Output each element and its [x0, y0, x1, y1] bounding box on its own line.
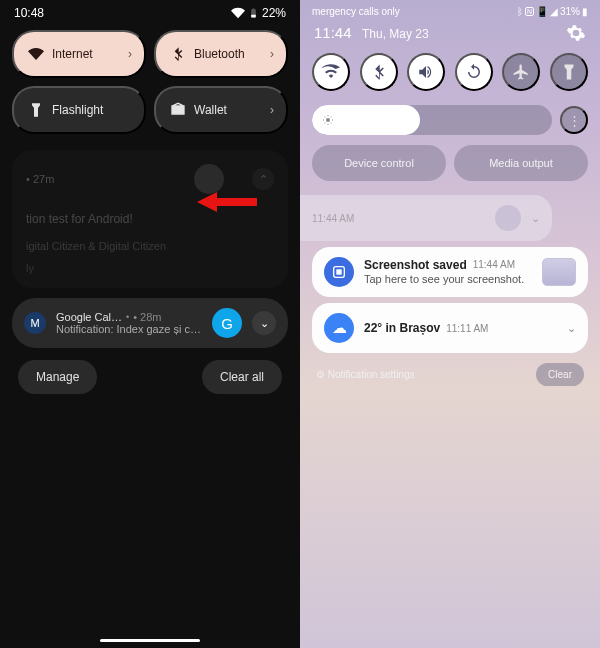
control-buttons: Device control Media output: [300, 141, 600, 189]
battery-percent: 22%: [262, 6, 286, 20]
wifi-icon: [231, 6, 245, 20]
notif-text: ly: [26, 262, 274, 274]
qs-rotate-toggle[interactable]: [455, 53, 493, 91]
qs-internet-tile[interactable]: Internet ›: [12, 30, 146, 78]
wallet-icon: [170, 102, 186, 118]
notif-time: • 27m: [26, 173, 54, 185]
screenshot-icon: [324, 257, 354, 287]
notif-body: Google Cal… • • 28m Notification: Index …: [56, 311, 202, 335]
notification-card[interactable]: M Google Cal… • • 28m Notification: Inde…: [12, 298, 288, 348]
notif-time: 11:44 AM: [473, 259, 515, 270]
brightness-row: ⋮: [312, 105, 588, 135]
chevron-right-icon: ›: [270, 103, 274, 117]
status-right: ᛒ N 📳 ◢ 31% ▮: [517, 6, 588, 17]
avatar: [194, 164, 224, 194]
avatar: G: [212, 308, 242, 338]
qs-bluetooth-toggle[interactable]: [360, 53, 398, 91]
sun-icon: [322, 114, 334, 126]
qs-wallet-tile[interactable]: Wallet ›: [154, 86, 288, 134]
samsung-notification-shade: mergency calls only ᛒ N 📳 ◢ 31% ▮ 11:44 …: [300, 0, 600, 648]
qs-sound-toggle[interactable]: [407, 53, 445, 91]
quick-settings-grid: Internet › Bluetooth › Flashlight Wallet…: [0, 24, 300, 140]
sound-icon: [417, 63, 435, 81]
brightness-fill: [312, 105, 420, 135]
chevron-down-icon[interactable]: ⌄: [567, 322, 576, 335]
time-text: 11:44: [314, 24, 352, 41]
notification-swiping[interactable]: 11:44 AM ⌄: [300, 195, 552, 241]
notif-body: Tap here to see your screenshot.: [364, 272, 532, 286]
flashlight-icon: [28, 102, 44, 118]
clear-all-button[interactable]: Clear all: [202, 360, 282, 394]
qs-airplane-toggle[interactable]: [502, 53, 540, 91]
chevron-right-icon: ›: [128, 47, 132, 61]
nfc-icon: N: [525, 7, 534, 16]
qs-flashlight-tile[interactable]: Flashlight: [12, 86, 146, 134]
home-indicator[interactable]: [100, 639, 200, 642]
manage-button[interactable]: Manage: [18, 360, 97, 394]
expand-icon[interactable]: ⌄: [252, 311, 276, 335]
shade-footer: ⚙ Notification settings Clear: [300, 359, 600, 390]
device-control-button[interactable]: Device control: [312, 145, 446, 181]
status-bar: mergency calls only ᛒ N 📳 ◢ 31% ▮: [300, 0, 600, 19]
carrier-text: mergency calls only: [312, 6, 400, 17]
quick-settings-row: [300, 49, 600, 95]
qs-flashlight-toggle[interactable]: [550, 53, 588, 91]
battery-percent: 31%: [560, 6, 580, 17]
screenshot-thumbnail[interactable]: [542, 258, 576, 286]
svg-rect-4: [336, 269, 341, 274]
vibrate-icon: 📳: [536, 6, 548, 17]
notif-subtitle: Notification: Index gaze și cure…: [56, 323, 202, 335]
header-left: 11:44 Thu, May 23: [314, 24, 429, 42]
status-bar: 10:48 22%: [0, 0, 300, 24]
flashlight-icon: [560, 63, 578, 81]
rotate-icon: [465, 63, 483, 81]
notif-text: igital Citizen & Digital Citizen: [26, 240, 274, 252]
separator: •: [126, 312, 129, 322]
status-time: 10:48: [14, 6, 44, 20]
gear-icon: ⚙: [316, 369, 325, 380]
qs-label: Bluetooth: [194, 47, 245, 61]
status-right: 22%: [231, 6, 286, 20]
notif-title: Screenshot saved: [364, 258, 467, 272]
gmail-icon: M: [24, 312, 46, 334]
clear-button[interactable]: Clear: [536, 363, 584, 386]
qs-wifi-toggle[interactable]: [312, 53, 350, 91]
notification-settings-link[interactable]: ⚙ Notification settings: [316, 369, 415, 380]
signal-icon: ◢: [550, 6, 558, 17]
battery-icon: [248, 6, 259, 20]
shade-actions: Manage Clear all: [0, 348, 300, 406]
qs-label: Wallet: [194, 103, 227, 117]
battery-icon: ▮: [582, 6, 588, 17]
notification-header: • 27m ⌃: [26, 164, 274, 194]
weather-icon: ☁: [324, 313, 354, 343]
chevron-down-icon[interactable]: ⌄: [531, 212, 540, 225]
notification-swiping[interactable]: • 27m ⌃ tion test for Android! igital Ci…: [12, 150, 288, 288]
qs-label: Flashlight: [52, 103, 103, 117]
weather-notification[interactable]: ☁ 22° in Brașov 11:11 AM ⌄: [312, 303, 588, 353]
wifi-icon: [28, 46, 44, 62]
settings-icon[interactable]: [566, 23, 586, 43]
screenshot-notification[interactable]: Screenshot saved 11:44 AM Tap here to se…: [312, 247, 588, 297]
chevron-right-icon: ›: [270, 47, 274, 61]
bluetooth-icon: ᛒ: [517, 6, 523, 17]
notif-time: • 28m: [133, 311, 161, 323]
notif-time: 11:44 AM: [312, 213, 354, 224]
collapse-icon[interactable]: ⌃: [252, 168, 274, 190]
wifi-icon: [322, 63, 340, 81]
avatar: [495, 205, 521, 231]
media-output-button[interactable]: Media output: [454, 145, 588, 181]
svg-rect-0: [172, 106, 184, 114]
qs-label: Internet: [52, 47, 93, 61]
pixel-notification-shade: 10:48 22% Internet › Bluetooth › Flashli…: [0, 0, 300, 648]
bluetooth-icon: [170, 46, 186, 62]
qs-bluetooth-tile[interactable]: Bluetooth ›: [154, 30, 288, 78]
notif-text: tion test for Android!: [26, 212, 274, 226]
airplane-icon: [512, 63, 530, 81]
header-row: 11:44 Thu, May 23: [300, 19, 600, 49]
app-name: Google Cal…: [56, 311, 122, 323]
brightness-slider[interactable]: [312, 105, 552, 135]
svg-point-2: [326, 118, 330, 122]
bluetooth-icon: [370, 63, 388, 81]
brightness-more-button[interactable]: ⋮: [560, 106, 588, 134]
date-text: Thu, May 23: [362, 27, 429, 41]
